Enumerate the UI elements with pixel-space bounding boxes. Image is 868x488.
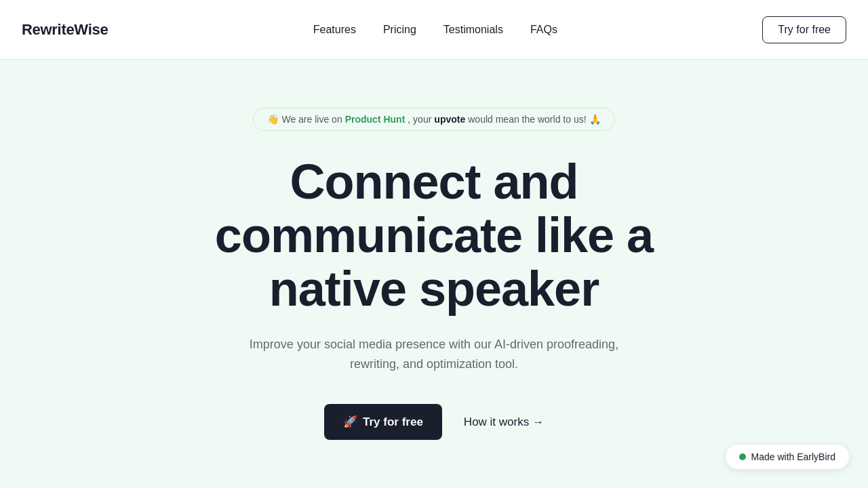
earlybird-badge[interactable]: Made with EarlyBird — [726, 445, 850, 469]
earlybird-label: Made with EarlyBird — [751, 451, 836, 462]
banner-mid: , your — [408, 114, 431, 125]
nav-link-testimonials[interactable]: Testimonials — [443, 24, 503, 35]
navbar: RewriteWise Features Pricing Testimonial… — [0, 0, 868, 60]
nav-item-features[interactable]: Features — [313, 24, 356, 36]
cta-primary-label: Try for free — [363, 415, 423, 429]
product-hunt-banner[interactable]: 👋 We are live on Product Hunt , your upv… — [253, 108, 614, 131]
banner-prefix: We are live on — [281, 114, 342, 125]
nav-link-pricing[interactable]: Pricing — [383, 24, 416, 35]
hero-cta-group: 🚀 Try for free How it works → — [324, 404, 544, 440]
wave-emoji: 👋 — [267, 114, 279, 125]
hero-section: 👋 We are live on Product Hunt , your upv… — [0, 60, 868, 488]
earlybird-dot-icon — [739, 453, 746, 460]
site-logo: RewriteWise — [22, 21, 108, 39]
nav-item-testimonials[interactable]: Testimonials — [443, 24, 503, 36]
hero-title: Connect and communicate like a native sp… — [170, 155, 698, 317]
banner-suffix: would mean the world to us! — [468, 114, 586, 125]
product-hunt-link[interactable]: Product Hunt — [345, 114, 406, 125]
nav-item-pricing[interactable]: Pricing — [383, 24, 416, 36]
nav-links: Features Pricing Testimonials FAQs — [313, 24, 557, 36]
upvote-label: upvote — [434, 114, 465, 125]
nav-link-faqs[interactable]: FAQs — [530, 24, 557, 35]
pray-emoji: 🙏 — [589, 114, 601, 125]
how-it-works-button[interactable]: How it works → — [464, 415, 544, 429]
hero-subtitle: Improve your social media presence with … — [231, 335, 637, 374]
nav-item-faqs[interactable]: FAQs — [530, 24, 557, 36]
nav-try-for-free-button[interactable]: Try for free — [762, 16, 846, 43]
nav-link-features[interactable]: Features — [313, 24, 356, 35]
hero-try-for-free-button[interactable]: 🚀 Try for free — [324, 404, 442, 440]
rocket-emoji: 🚀 — [343, 415, 357, 429]
